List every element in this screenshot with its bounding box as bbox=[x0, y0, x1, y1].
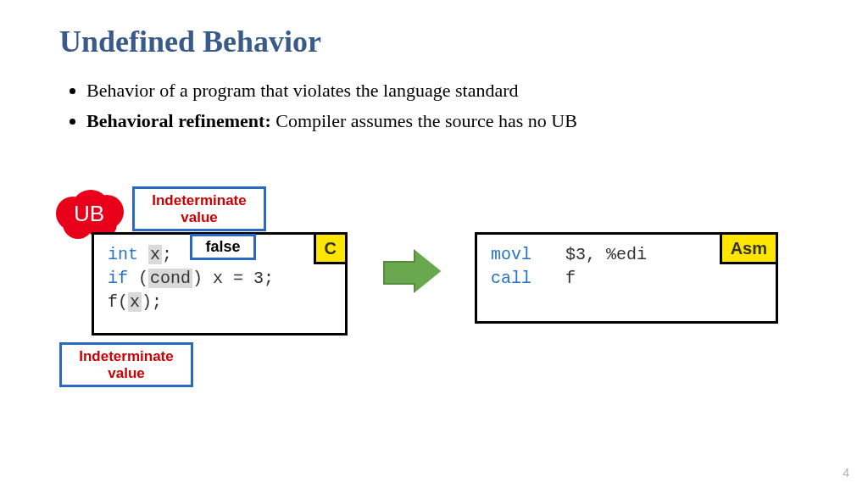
callout-indeterminate-bottom: Indeterminate value bbox=[59, 342, 193, 387]
c-call-prefix: f( bbox=[108, 292, 128, 312]
c-kw-if: if bbox=[108, 269, 128, 288]
ub-label: UB bbox=[56, 190, 122, 237]
c-var-x-decl: x bbox=[148, 245, 162, 264]
c-cond: cond bbox=[148, 269, 192, 288]
asm-args-2: f bbox=[565, 269, 576, 288]
asm-code-box: Asm movl$3, %edi callf bbox=[475, 232, 778, 324]
arrow-icon bbox=[383, 251, 442, 291]
c-openparen: ( bbox=[128, 269, 148, 288]
bullet-list: Behavior of a program that violates the … bbox=[68, 78, 809, 133]
page-number: 4 bbox=[843, 466, 849, 480]
bullet-2-rest: Compiler assumes the source has no UB bbox=[271, 110, 577, 131]
c-semi: ; bbox=[162, 245, 172, 264]
callout-false: false bbox=[190, 234, 256, 260]
c-call-suffix: ); bbox=[142, 292, 162, 312]
asm-op-movl: movl bbox=[491, 243, 565, 267]
c-code-box: C int x; if (cond) x = 3; f(x); bbox=[92, 232, 348, 336]
slide-title: Undefined Behavior bbox=[59, 24, 809, 59]
bullet-2: Behavioral refinement: Compiler assumes … bbox=[86, 108, 809, 134]
ub-cloud-badge: UB bbox=[56, 190, 122, 236]
c-kw-int: int bbox=[108, 245, 138, 264]
asm-args-1: $3, %edi bbox=[565, 245, 647, 264]
asm-tag: Asm bbox=[720, 232, 778, 264]
callout-indeterminate-top: Indeterminate value bbox=[132, 186, 266, 231]
c-tag: C bbox=[314, 232, 348, 264]
asm-op-call: call bbox=[491, 267, 565, 291]
c-close-assign: ) x = 3; bbox=[192, 269, 274, 288]
bullet-1: Behavior of a program that violates the … bbox=[86, 78, 809, 103]
bullet-2-label: Behavioral refinement: bbox=[86, 110, 271, 131]
c-var-x-use: x bbox=[128, 292, 142, 312]
